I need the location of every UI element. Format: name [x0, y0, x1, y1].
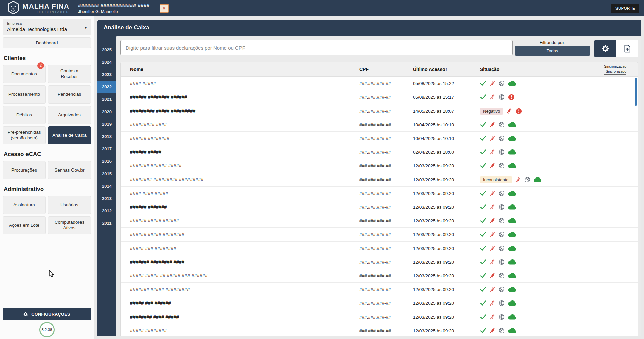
alert-icon — [516, 108, 522, 114]
row-situation — [480, 218, 638, 224]
sync-disabled-icon — [490, 163, 495, 169]
year-tab-2020[interactable]: 2020 — [97, 106, 116, 118]
column-header-ultimo-acesso[interactable]: Último Acesso↑ — [413, 67, 480, 72]
sidebar-item-senhas-gov-br[interactable]: Senhas Gov.br — [48, 161, 91, 179]
table-row[interactable]: ###### ########.###.###-##02/04/2025 às … — [121, 145, 638, 159]
table-row[interactable]: ##### ### ###########.###.###-##12/03/20… — [121, 242, 638, 255]
declarations-table: Nome CPF Último Acesso↑ Situação Sincron… — [120, 62, 638, 336]
row-name: ####### ###### ##### — [130, 163, 359, 168]
version-number: 5.2.38 — [42, 328, 52, 332]
sync-legend: Sincronização Sincronizado — [604, 64, 626, 75]
table-row[interactable]: ##### ##### ## ##### ### #########.###.#… — [121, 269, 638, 283]
year-tab-2025[interactable]: 2025 — [97, 44, 116, 56]
year-tab-2023[interactable]: 2023 — [97, 68, 116, 81]
sidebar-item-computadores-ativos[interactable]: Computadores Ativos — [48, 216, 91, 234]
table-row[interactable]: ####### ###### ########.###.###-##12/03/… — [121, 159, 638, 173]
year-tab-2012[interactable]: 2012 — [97, 205, 116, 217]
row-last-access: 12/03/2025 às 09:20 — [413, 163, 480, 168]
check-icon — [480, 94, 486, 100]
table-row[interactable]: ######### ##### ############.###.###-##1… — [121, 104, 638, 118]
year-tab-2013[interactable]: 2013 — [97, 192, 116, 205]
company-select[interactable]: Empresa Almeida Technologies Ltda ▾ — [3, 19, 91, 35]
sidebar-item-dashboard[interactable]: Dashboard — [3, 37, 91, 48]
table-row[interactable]: ###### ##### ###########.###.###-##12/03… — [121, 228, 638, 242]
row-name: ##### ### ######## — [130, 246, 359, 251]
year-tab-2014[interactable]: 2014 — [97, 180, 116, 192]
page-title: Análise de Caixa — [97, 20, 641, 36]
filter-value-button[interactable]: Todas — [515, 46, 590, 56]
row-name: ###### ##### ######## — [130, 232, 359, 237]
row-name: ###### ##### ###### — [130, 218, 359, 223]
table-row[interactable]: ######## #### ########.###.###-##12/03/2… — [121, 310, 638, 324]
sidebar-item-analise-de-caixa[interactable]: Análise de Caixa — [48, 126, 91, 144]
year-tab-2022[interactable]: 2022 — [97, 81, 116, 93]
year-tab-2024[interactable]: 2024 — [97, 56, 116, 68]
sidebar-item-procuracoes[interactable]: Procurações — [3, 161, 46, 179]
table-row[interactable]: ###### ##########.###.###-##12/03/2025 à… — [121, 200, 638, 214]
status-badge: Negativo — [480, 108, 503, 115]
filter-label: Filtrando por: — [515, 40, 590, 45]
support-button[interactable]: SUPORTE — [611, 4, 639, 13]
table-row[interactable]: #### #### ########.###.###-##12/03/2025 … — [121, 187, 638, 200]
year-tab-2015[interactable]: 2015 — [97, 167, 116, 180]
year-tab-2011[interactable]: 2011 — [97, 217, 116, 229]
row-name: #### ##### — [130, 81, 359, 86]
gear-icon — [601, 45, 609, 53]
table-row[interactable]: ##### ###########.###.###-##12/03/2025 à… — [121, 324, 638, 336]
search-input[interactable] — [120, 40, 513, 55]
cloud-icon — [508, 273, 516, 278]
sidebar-item-documentos[interactable]: Documentos2 — [3, 65, 46, 83]
year-tab-2021[interactable]: 2021 — [97, 93, 116, 106]
sidebar-item-usuarios[interactable]: Usuários — [48, 196, 91, 214]
row-last-access: 10/04/2025 às 10:10 — [413, 136, 480, 141]
table-row[interactable]: ####### ######## #######.###.###-##12/03… — [121, 255, 638, 269]
sidebar-item-pendencias[interactable]: Pendências — [48, 85, 91, 104]
table-row[interactable]: ####### ##### ############.###.###-##12/… — [121, 283, 638, 296]
sidebar-item-pre-preenchidas-versao-beta[interactable]: Pré-preenchidas (versão beta) — [3, 126, 46, 144]
row-cpf: ###.###.###-## — [359, 246, 413, 251]
sync-disabled-icon — [490, 273, 495, 279]
row-last-access: 12/03/2025 às 09:20 — [413, 328, 480, 333]
sidebar-item-contas-a-receber[interactable]: Contas a Receber — [48, 65, 91, 83]
check-icon — [480, 314, 486, 320]
table-row[interactable]: ######## ######### ############.###.###-… — [121, 173, 638, 187]
broadcast-icon — [499, 286, 505, 292]
table-row[interactable]: ###### ######## #########.###.###-##05/0… — [121, 90, 638, 104]
sidebar-item-debitos[interactable]: Débitos — [3, 106, 46, 124]
sync-disabled-icon — [490, 218, 495, 224]
cloud-icon — [508, 218, 516, 223]
table-row[interactable]: ##### ### #########.###.###-##12/03/2025… — [121, 296, 638, 310]
row-name: ###### ##### — [130, 149, 359, 155]
table-settings-button[interactable] — [594, 40, 616, 57]
table-scrollbar-thumb[interactable] — [635, 78, 637, 106]
row-situation: Negativo — [480, 108, 638, 115]
sync-disabled-icon — [506, 108, 512, 114]
settings-button-label: CONFIGURAÇÕES — [31, 312, 70, 317]
row-last-access: 10/04/2025 às 10:10 — [413, 122, 480, 127]
cloud-icon — [508, 122, 516, 127]
row-name: ###### ####### — [130, 204, 359, 210]
export-button[interactable] — [616, 40, 638, 57]
table-row[interactable]: #### ########.###.###-##05/08/2025 às 15… — [121, 77, 638, 90]
row-last-access: 14/05/2025 às 18:07 — [413, 109, 480, 114]
alert-icon — [508, 94, 515, 100]
broadcast-icon — [499, 328, 505, 334]
sidebar-item-assinatura[interactable]: Assinatura — [3, 196, 46, 214]
sidebar-item-acoes-em-lote[interactable]: Ações em Lote — [3, 216, 46, 234]
year-tab-2019[interactable]: 2019 — [97, 118, 116, 130]
column-header-cpf[interactable]: CPF — [359, 67, 413, 72]
table-row[interactable]: ###### ##### #########.###.###-##12/03/2… — [121, 214, 638, 228]
sidebar-item-processamento[interactable]: Processamento — [3, 85, 46, 104]
year-tab-2016[interactable]: 2016 — [97, 155, 116, 167]
table-row[interactable]: ###### ###########.###.###-##10/04/2025 … — [121, 132, 638, 145]
close-client-button[interactable]: × — [160, 4, 169, 13]
table-row[interactable]: ######### #######.###.###-##10/04/2025 à… — [121, 118, 638, 132]
check-icon — [480, 149, 486, 155]
settings-button[interactable]: CONFIGURAÇÕES — [3, 308, 91, 320]
year-tab-2017[interactable]: 2017 — [97, 143, 116, 155]
check-icon — [480, 204, 486, 210]
year-tab-2018[interactable]: 2018 — [97, 130, 116, 143]
gear-icon — [23, 312, 28, 317]
column-header-nome[interactable]: Nome — [130, 67, 359, 72]
sidebar-item-arquivados[interactable]: Arquivados — [48, 106, 91, 124]
